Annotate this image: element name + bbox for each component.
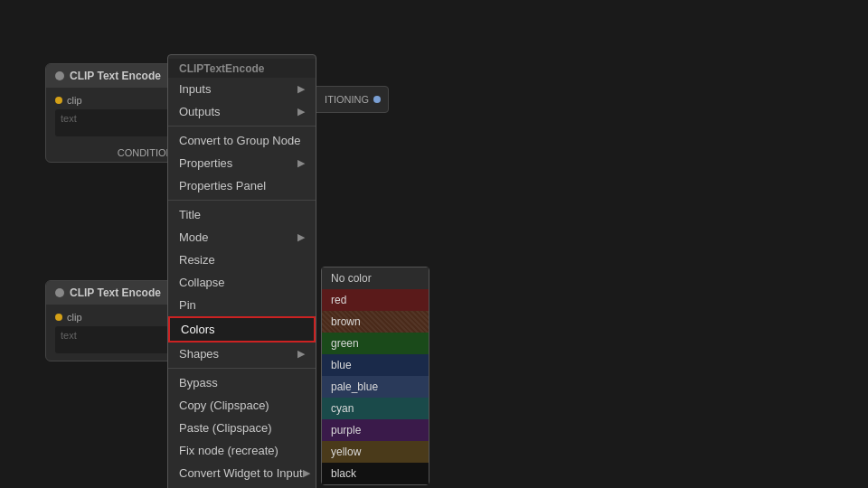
divider-1: [168, 126, 316, 127]
color-item-brown[interactable]: brown: [322, 311, 429, 333]
divider-3: [168, 368, 316, 369]
port-label-clip-2: clip: [67, 312, 82, 323]
color-item-green[interactable]: green: [322, 333, 429, 354]
node-title-1: CLIP Text Encode: [70, 70, 161, 82]
menu-item-properties-panel[interactable]: Properties Panel: [168, 174, 316, 197]
menu-item-pin[interactable]: Pin: [168, 294, 316, 316]
context-menu-title: CLIPTextEncode: [168, 59, 316, 78]
menu-item-clone[interactable]: Clone: [168, 484, 316, 488]
divider-2: [168, 200, 316, 201]
color-item-blue[interactable]: blue: [322, 354, 429, 376]
menu-label-outputs: Outputs: [179, 105, 221, 118]
conditioning-label: ITIONING: [325, 94, 369, 105]
menu-item-bypass[interactable]: Bypass: [168, 371, 316, 394]
menu-item-convert-group[interactable]: Convert to Group Node: [168, 129, 316, 152]
menu-label-paste-clipspace: Paste (Clipspace): [179, 421, 272, 435]
menu-label-convert-group: Convert to Group Node: [179, 134, 300, 147]
color-item-red[interactable]: red: [322, 289, 429, 311]
menu-item-fix-node[interactable]: Fix node (recreate): [168, 439, 316, 462]
menu-item-mode[interactable]: Mode ▶: [168, 226, 316, 249]
arrow-icon-outputs: ▶: [297, 106, 305, 117]
arrow-icon-shapes: ▶: [297, 348, 305, 360]
color-item-no-color[interactable]: No color: [322, 267, 429, 289]
menu-item-convert-widget[interactable]: Convert Widget to Input ▶: [168, 462, 316, 484]
menu-label-bypass: Bypass: [179, 376, 218, 389]
menu-label-colors: Colors: [181, 323, 215, 336]
menu-label-properties-panel: Properties Panel: [179, 179, 266, 192]
color-item-purple[interactable]: purple: [322, 419, 429, 441]
menu-item-colors[interactable]: Colors: [168, 316, 316, 343]
node-title-2: CLIP Text Encode: [70, 286, 161, 299]
menu-label-properties: Properties: [179, 156, 232, 170]
menu-item-paste-clipspace[interactable]: Paste (Clipspace): [168, 417, 316, 439]
menu-item-properties[interactable]: Properties ▶: [168, 152, 316, 174]
colors-submenu: No color red brown green blue pale_blue …: [321, 267, 429, 485]
menu-label-pin: Pin: [179, 298, 196, 312]
menu-item-shapes[interactable]: Shapes ▶: [168, 343, 316, 365]
color-item-black[interactable]: black: [322, 463, 429, 484]
color-item-yellow[interactable]: yellow: [322, 441, 429, 463]
node-status-dot-1: [55, 71, 64, 80]
arrow-icon-convert-widget: ▶: [303, 467, 310, 479]
menu-label-title: Title: [179, 208, 201, 221]
menu-item-collapse[interactable]: Collapse: [168, 271, 316, 294]
node-status-dot-2: [55, 288, 64, 297]
arrow-icon-properties: ▶: [297, 157, 305, 169]
conditioning-dot: [373, 96, 381, 103]
menu-item-resize[interactable]: Resize: [168, 249, 316, 271]
port-label-clip-1: clip: [67, 95, 82, 106]
menu-item-inputs[interactable]: Inputs ▶: [168, 78, 316, 100]
arrow-icon-inputs: ▶: [297, 83, 305, 95]
menu-label-convert-widget: Convert Widget to Input: [179, 466, 303, 480]
menu-item-outputs[interactable]: Outputs ▶: [168, 100, 316, 123]
menu-label-inputs: Inputs: [179, 82, 211, 96]
menu-label-fix-node: Fix node (recreate): [179, 444, 278, 457]
menu-label-collapse: Collapse: [179, 276, 225, 289]
menu-item-title[interactable]: Title: [168, 203, 316, 226]
menu-item-copy-clipspace[interactable]: Copy (Clipspace): [168, 394, 316, 417]
color-item-cyan[interactable]: cyan: [322, 398, 429, 419]
port-dot-clip-1: [55, 97, 62, 104]
port-dot-clip-2: [55, 314, 62, 321]
menu-label-mode: Mode: [179, 230, 209, 244]
arrow-icon-mode: ▶: [297, 231, 305, 243]
color-item-pale-blue[interactable]: pale_blue: [322, 376, 429, 398]
menu-label-resize: Resize: [179, 253, 215, 267]
menu-label-copy-clipspace: Copy (Clipspace): [179, 399, 269, 412]
context-menu: CLIPTextEncode Inputs ▶ Outputs ▶ Conver…: [167, 54, 316, 488]
menu-label-shapes: Shapes: [179, 347, 219, 361]
node-conditioning-partial: ITIONING: [307, 86, 389, 113]
